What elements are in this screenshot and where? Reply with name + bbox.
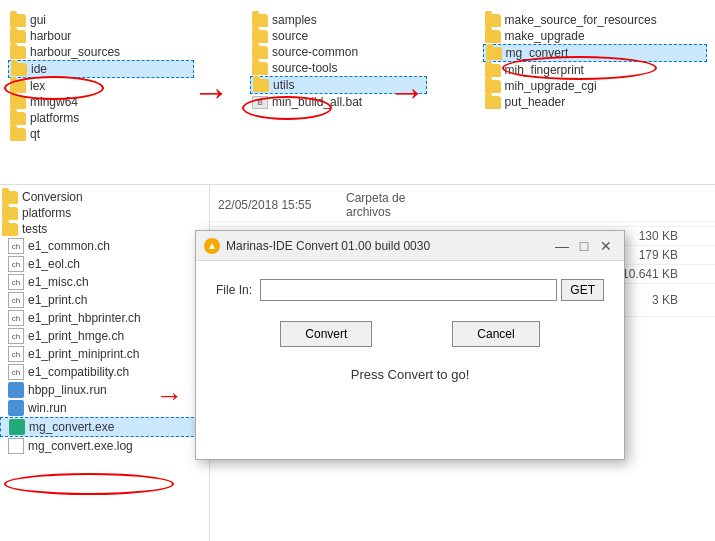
folder-gui[interactable]: gui: [8, 12, 194, 28]
folder-icon: [2, 223, 18, 236]
folder-icon: [10, 14, 26, 27]
folder-icon: [485, 30, 501, 43]
file-e1-compatibility[interactable]: ch e1_compatibility.ch: [0, 363, 209, 381]
bottom-section: Conversion platforms tests ch e1_common.…: [0, 185, 715, 541]
folder-mih-fingerprint[interactable]: mih_fingerprint: [483, 62, 707, 78]
folder-harbour-sources[interactable]: harbour_sources: [8, 44, 194, 60]
ch-icon: ch: [8, 256, 24, 272]
folder-make-source[interactable]: make_source_for_resources: [483, 12, 707, 28]
file-mg-convert-log[interactable]: mg_convert.exe.log: [0, 437, 209, 455]
convert-button[interactable]: Convert: [280, 321, 372, 347]
ch-icon: ch: [8, 238, 24, 254]
press-text: Press Convert to go!: [216, 367, 604, 382]
exe-icon: [9, 419, 25, 435]
folder-conversion[interactable]: Conversion: [0, 189, 209, 205]
folder-make-upgrade[interactable]: make_upgrade: [483, 28, 707, 44]
folder-source[interactable]: source: [250, 28, 426, 44]
log-icon: [8, 438, 24, 454]
file-e1-print[interactable]: ch e1_print.ch: [0, 291, 209, 309]
folder-icon: [10, 80, 26, 93]
folder-icon: [10, 46, 26, 59]
file-e1-print-miniprint[interactable]: ch e1_print_miniprint.ch: [0, 345, 209, 363]
file-e1-print-hbprinter[interactable]: ch e1_print_hbprinter.ch: [0, 309, 209, 327]
modal-body: File In: GET Convert Cancel Press Conver…: [196, 261, 624, 400]
top-col3: make_source_for_resources make_upgrade m…: [475, 8, 715, 176]
ch-icon: ch: [8, 364, 24, 380]
modal-title: Marinas-IDE Convert 01.00 build 0030: [226, 239, 550, 253]
bat-icon: B: [252, 96, 268, 109]
file-list-header-row: 22/05/2018 15:55 Carpeta de archivos: [210, 189, 715, 222]
folder-icon: [252, 30, 268, 43]
ch-icon: ch: [8, 292, 24, 308]
file-mg-convert-exe[interactable]: mg_convert.exe: [0, 417, 209, 437]
folder-put-header[interactable]: put_header: [483, 94, 707, 110]
left-panel: Conversion platforms tests ch e1_common.…: [0, 185, 210, 541]
folder-harbour[interactable]: harbour: [8, 28, 194, 44]
modal-dialog: ▲ Marinas-IDE Convert 01.00 build 0030 —…: [195, 230, 625, 460]
folder-lex[interactable]: lex: [8, 78, 194, 94]
file-e1-common[interactable]: ch e1_common.ch: [0, 237, 209, 255]
folder-source-common[interactable]: source-common: [250, 44, 426, 60]
folder-icon: [2, 207, 18, 220]
file-hbpp-linux[interactable]: hbpp_linux.run: [0, 381, 209, 399]
folder-icon: [486, 47, 502, 60]
run-icon: [8, 382, 24, 398]
folder-icon: [485, 64, 501, 77]
ch-icon: ch: [8, 328, 24, 344]
file-min-build[interactable]: B min_build_all.bat: [250, 94, 426, 110]
folder-platforms[interactable]: platforms: [8, 110, 194, 126]
filein-row: File In: GET: [216, 279, 604, 301]
run-icon: [8, 400, 24, 416]
modal-titlebar: ▲ Marinas-IDE Convert 01.00 build 0030 —…: [196, 231, 624, 261]
folder-platforms-bottom[interactable]: platforms: [0, 205, 209, 221]
action-row: Convert Cancel: [216, 321, 604, 347]
ch-icon: ch: [8, 274, 24, 290]
folder-icon: [2, 191, 18, 204]
ch-icon: ch: [8, 346, 24, 362]
folder-icon: [10, 128, 26, 141]
modal-warning-icon: ▲: [204, 238, 220, 254]
folder-ide[interactable]: ide: [8, 60, 194, 78]
folder-icon: [485, 14, 501, 27]
cancel-button[interactable]: Cancel: [452, 321, 539, 347]
folder-utils[interactable]: utils: [250, 76, 426, 94]
folder-icon: [252, 46, 268, 59]
modal-maximize-button[interactable]: □: [574, 236, 594, 256]
file-win-run[interactable]: win.run: [0, 399, 209, 417]
top-col2: samples source source-common source-tool…: [242, 8, 434, 176]
modal-close-button[interactable]: ✕: [596, 236, 616, 256]
folder-icon: [485, 80, 501, 93]
folder-tests[interactable]: tests: [0, 221, 209, 237]
folder-mih-upgrade-cgi[interactable]: mih_upgrade_cgi: [483, 78, 707, 94]
get-button[interactable]: GET: [561, 279, 604, 301]
folder-samples[interactable]: samples: [250, 12, 426, 28]
file-e1-print-hmge[interactable]: ch e1_print_hmge.ch: [0, 327, 209, 345]
folder-icon: [10, 30, 26, 43]
folder-mg-convert[interactable]: mg_convert: [483, 44, 707, 62]
folder-icon: [252, 14, 268, 27]
file-e1-misc[interactable]: ch e1_misc.ch: [0, 273, 209, 291]
folder-source-tools[interactable]: source-tools: [250, 60, 426, 76]
filein-input[interactable]: [260, 279, 557, 301]
top-col1: gui harbour harbour_sources ide lex ming…: [0, 8, 202, 176]
folder-mingw64[interactable]: mingw64: [8, 94, 194, 110]
modal-minimize-button[interactable]: —: [552, 236, 572, 256]
folder-icon: [10, 112, 26, 125]
file-e1-eol[interactable]: ch e1_eol.ch: [0, 255, 209, 273]
folder-icon: [252, 62, 268, 75]
ch-icon: ch: [8, 310, 24, 326]
folder-qt[interactable]: qt: [8, 126, 194, 142]
folder-icon: [10, 96, 26, 109]
filein-label: File In:: [216, 283, 252, 297]
folder-icon: [11, 63, 27, 76]
top-section: gui harbour harbour_sources ide lex ming…: [0, 0, 715, 185]
folder-icon: [253, 79, 269, 92]
folder-icon: [485, 96, 501, 109]
